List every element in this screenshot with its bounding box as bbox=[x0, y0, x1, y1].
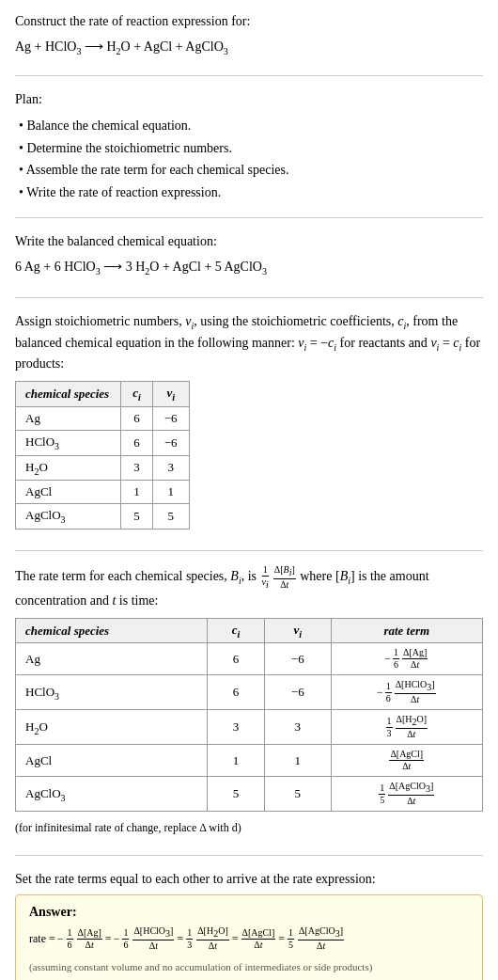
rt-term-ag: − 16 Δ[Ag]Δt bbox=[331, 643, 482, 675]
answer-note: (assuming constant volume and no accumul… bbox=[29, 959, 469, 975]
stoich-section: Assign stoichiometric numbers, νi, using… bbox=[15, 311, 483, 551]
rate-col-species: chemical species bbox=[16, 618, 208, 643]
header-section: Construct the rate of reaction expressio… bbox=[15, 11, 483, 76]
stoich-col-vi: νi bbox=[152, 382, 189, 407]
rt-term-agcl: Δ[AgCl]Δt bbox=[331, 745, 482, 777]
rt-ci-agclo3: 5 bbox=[207, 777, 264, 812]
reaction-equation: Ag + HClO3 ⟶ H2O + AgCl + AgClO3 bbox=[15, 37, 483, 58]
table-row: HClO3 6 −6 − 16 Δ[HClO3]Δt bbox=[16, 675, 483, 710]
species-h2o: H2O bbox=[16, 455, 121, 481]
plan-step-2: • Determine the stoichiometric numbers. bbox=[19, 137, 483, 160]
rt-ci-agcl: 1 bbox=[207, 745, 264, 777]
species-hclo3: HClO3 bbox=[16, 430, 121, 455]
table-row: AgClO3 5 5 bbox=[16, 504, 190, 530]
species-agcl: AgCl bbox=[16, 481, 121, 504]
rate-col-term: rate term bbox=[331, 618, 482, 643]
rt-species-hclo3: HClO3 bbox=[16, 675, 208, 710]
plan-list: • Balance the chemical equation. • Deter… bbox=[19, 115, 483, 204]
rate-intro-text: The rate term for each chemical species,… bbox=[15, 564, 483, 610]
construct-label: Construct the rate of reaction expressio… bbox=[15, 11, 483, 31]
balanced-label: Write the balanced chemical equation: bbox=[15, 231, 483, 251]
rate-footnote: (for infinitesimal rate of change, repla… bbox=[15, 819, 483, 836]
rate-col-ci: ci bbox=[207, 618, 264, 643]
rt-species-agcl: AgCl bbox=[16, 745, 208, 777]
table-row: H2O 3 3 13 Δ[H2O]Δt bbox=[16, 710, 483, 745]
rate-table: chemical species ci νi rate term Ag 6 −6… bbox=[15, 618, 483, 813]
rate-term-section: The rate term for each chemical species,… bbox=[15, 564, 483, 857]
species-agclo3: AgClO3 bbox=[16, 504, 121, 530]
rt-term-hclo3: − 16 Δ[HClO3]Δt bbox=[331, 675, 482, 710]
rate-col-vi: νi bbox=[264, 618, 331, 643]
rt-term-h2o: 13 Δ[H2O]Δt bbox=[331, 710, 482, 745]
set-equal-text: Set the rate terms equal to each other t… bbox=[15, 869, 483, 889]
ci-agcl: 1 bbox=[121, 481, 153, 504]
stoich-col-species: chemical species bbox=[16, 382, 121, 407]
species-ag: Ag bbox=[16, 406, 121, 430]
rate-expression: rate = − 16 Δ[Ag]Δt = − 16 Δ[HClO3]Δt = … bbox=[29, 925, 469, 952]
rt-term-agclo3: 15 Δ[AgClO3]Δt bbox=[331, 777, 482, 812]
table-row: AgClO3 5 5 15 Δ[AgClO3]Δt bbox=[16, 777, 483, 812]
table-row: H2O 3 3 bbox=[16, 455, 190, 481]
table-row: Ag 6 −6 bbox=[16, 406, 190, 430]
balanced-section: Write the balanced chemical equation: 6 … bbox=[15, 231, 483, 298]
vi-h2o: 3 bbox=[152, 455, 189, 481]
rt-vi-agclo3: 5 bbox=[264, 777, 331, 812]
ci-hclo3: 6 bbox=[121, 430, 153, 455]
rt-species-h2o: H2O bbox=[16, 710, 208, 745]
table-row: Ag 6 −6 − 16 Δ[Ag]Δt bbox=[16, 643, 483, 675]
table-row: AgCl 1 1 Δ[AgCl]Δt bbox=[16, 745, 483, 777]
rt-vi-ag: −6 bbox=[264, 643, 331, 675]
stoich-col-ci: ci bbox=[121, 382, 153, 407]
plan-step-4: • Write the rate of reaction expression. bbox=[19, 182, 483, 204]
vi-hclo3: −6 bbox=[152, 430, 189, 455]
rt-ci-hclo3: 6 bbox=[207, 675, 264, 710]
answer-label: Answer: bbox=[29, 905, 469, 920]
rt-ci-h2o: 3 bbox=[207, 710, 264, 745]
rt-species-agclo3: AgClO3 bbox=[16, 777, 208, 812]
rt-vi-hclo3: −6 bbox=[264, 675, 331, 710]
rt-ci-ag: 6 bbox=[207, 643, 264, 675]
plan-step-3: • Assemble the rate term for each chemic… bbox=[19, 159, 483, 182]
table-row: HClO3 6 −6 bbox=[16, 430, 190, 455]
rt-vi-agcl: 1 bbox=[264, 745, 331, 777]
vi-agcl: 1 bbox=[152, 481, 189, 504]
rt-species-ag: Ag bbox=[16, 643, 208, 675]
ci-agclo3: 5 bbox=[121, 504, 153, 530]
vi-ag: −6 bbox=[152, 406, 189, 430]
plan-section: Plan: • Balance the chemical equation. •… bbox=[15, 89, 483, 218]
balanced-equation: 6 Ag + 6 HClO3 ⟶ 3 H2O + AgCl + 5 AgClO3 bbox=[15, 257, 483, 278]
table-row: AgCl 1 1 bbox=[16, 481, 190, 504]
ci-h2o: 3 bbox=[121, 455, 153, 481]
plan-step-1: • Balance the chemical equation. bbox=[19, 115, 483, 137]
vi-agclo3: 5 bbox=[152, 504, 189, 530]
plan-label: Plan: bbox=[15, 89, 483, 109]
set-equal-section: Set the rate terms equal to each other t… bbox=[15, 869, 483, 980]
stoich-intro-text: Assign stoichiometric numbers, νi, using… bbox=[15, 311, 483, 374]
stoich-table: chemical species ci νi Ag 6 −6 HClO3 6 −… bbox=[15, 381, 190, 529]
answer-box: Answer: rate = − 16 Δ[Ag]Δt = − 16 Δ[HCl… bbox=[15, 894, 483, 980]
rt-vi-h2o: 3 bbox=[264, 710, 331, 745]
ci-ag: 6 bbox=[121, 406, 153, 430]
